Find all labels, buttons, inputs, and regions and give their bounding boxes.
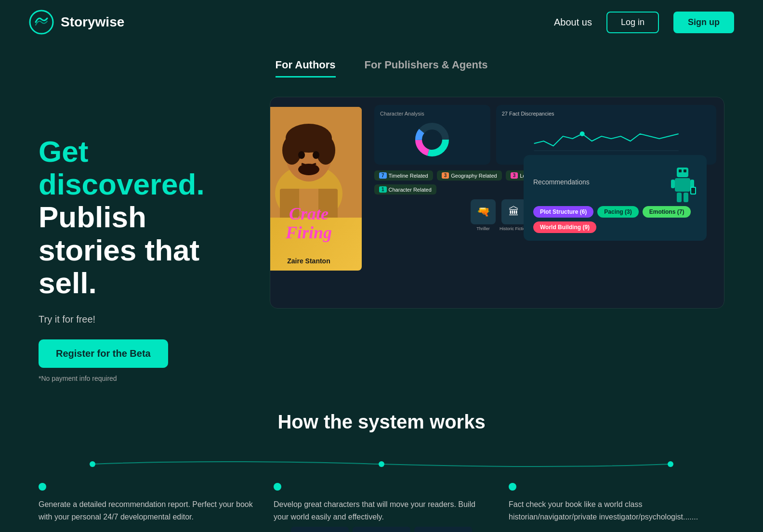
dashboard-frame: CrateFiring Zaire Stanton Character Anal…	[270, 97, 724, 309]
svg-rect-28	[691, 188, 695, 194]
logo-text: Storywise	[61, 14, 124, 30]
fact-tag-label-timeline: Timeline Related	[389, 173, 428, 179]
about-us-link[interactable]: About us	[554, 17, 592, 28]
svg-point-30	[379, 461, 384, 467]
connector-line-svg	[39, 457, 724, 471]
tab-for-authors[interactable]: For Authors	[276, 59, 336, 78]
hero-text: Get discovered. Publish stories that sel…	[39, 97, 241, 382]
navbar: Storywise About us Log in Sign up	[0, 0, 763, 44]
how-step-1: Generate a detailed recommendation repor…	[39, 483, 254, 523]
fact-tag-num-timeline: 7	[379, 172, 387, 179]
register-beta-button[interactable]: Register for the Beta	[39, 339, 168, 368]
step-dot-2	[274, 483, 281, 491]
step-text-1: Generate a detailed recommendation repor…	[39, 498, 254, 523]
fact-tag-timeline: 7 Timeline Related	[374, 170, 433, 181]
nav-right: About us Log in Sign up	[554, 12, 734, 33]
dash-mini-2	[353, 527, 410, 532]
svg-point-31	[668, 461, 673, 467]
svg-point-17	[579, 131, 584, 136]
donut-chart	[380, 120, 485, 159]
how-section: How the system works Generate a detailed…	[0, 382, 763, 532]
rec-tag-plot-structure: Plot Structure (6)	[533, 206, 593, 218]
how-steps: Generate a detailed recommendation repor…	[39, 483, 724, 523]
svg-point-29	[90, 461, 95, 467]
logo-area: Storywise	[29, 10, 124, 35]
how-title: How the system works	[39, 411, 724, 433]
fact-tag-num-logistics: 3	[511, 172, 518, 179]
rec-tag-world-building: World Building (9)	[533, 221, 596, 233]
no-payment-text: *No payment info required	[39, 375, 241, 382]
fact-tag-character: 1 Character Related	[374, 184, 436, 195]
how-step-3: Fact check your book like a world class …	[509, 483, 724, 523]
recommendations-card: Recommendations	[524, 155, 707, 241]
login-button[interactable]: Log in	[606, 12, 659, 33]
fact-panel-title: 27 Fact Discrepancies	[502, 111, 710, 117]
hero-subtext: Try it for free!	[39, 314, 241, 325]
hero-section: Get discovered. Publish stories that sel…	[0, 78, 763, 382]
book-author: Zaire Stanton	[287, 257, 330, 265]
svg-rect-20	[679, 169, 682, 172]
tabs-area: For Authors For Publishers & Agents	[0, 44, 763, 78]
dash-mini-1	[291, 527, 349, 532]
donut-svg	[413, 120, 451, 159]
svg-rect-21	[684, 169, 686, 172]
fact-tag-geography: 3 Geography Related	[437, 170, 502, 181]
svg-point-6	[316, 136, 335, 165]
step-dot-1	[39, 483, 46, 491]
svg-rect-26	[684, 193, 688, 202]
hero-headline-white: Publish stories that sell.	[39, 201, 241, 299]
line-chart-svg	[502, 119, 710, 153]
character-analysis-panel: Character Analysis	[374, 105, 490, 165]
step-text-3: Fact check your book like a world class …	[509, 498, 724, 523]
hero-headline-green: Get discovered.	[39, 135, 241, 201]
logo-icon	[29, 10, 54, 35]
dash-inner-content: Character Analysis	[374, 105, 716, 231]
hero-dashboard-image: CrateFiring Zaire Stanton Character Anal…	[270, 97, 724, 318]
character-panel-title: Character Analysis	[380, 111, 485, 117]
rec-tag-pacing: Pacing (3)	[597, 206, 638, 218]
tab-for-publishers[interactable]: For Publishers & Agents	[365, 59, 488, 78]
svg-rect-23	[671, 180, 675, 188]
dash-screenshot-row	[39, 527, 724, 532]
svg-point-5	[282, 136, 302, 165]
svg-point-8	[313, 151, 319, 159]
fact-tag-label-geography: Geography Related	[451, 173, 497, 179]
how-step-2: Develop great characters that will move …	[274, 483, 489, 523]
svg-point-7	[298, 151, 305, 159]
svg-point-16	[424, 132, 440, 147]
book-cover: CrateFiring Zaire Stanton	[270, 107, 362, 271]
dash-mini-3	[414, 527, 472, 532]
svg-rect-19	[677, 168, 688, 177]
svg-rect-25	[677, 193, 682, 202]
rec-tag-emotions: Emotions (7)	[643, 206, 691, 218]
fact-tag-num-geography: 3	[442, 172, 449, 179]
fact-tag-num-character: 1	[379, 186, 387, 193]
step-text-2: Develop great characters that will move …	[274, 498, 489, 523]
svg-rect-22	[675, 178, 690, 192]
genre-thriller: 🔫 Thriller	[471, 199, 496, 231]
step-dot-3	[509, 483, 516, 491]
rec-tags-row: Plot Structure (6) Pacing (3) Emotions (…	[533, 206, 697, 233]
signup-button[interactable]: Sign up	[673, 12, 734, 33]
fact-tag-label-character: Character Related	[389, 187, 432, 193]
robot-icon	[668, 163, 697, 206]
rec-title: Recommendations	[533, 178, 590, 186]
book-title: CrateFiring	[270, 201, 362, 247]
